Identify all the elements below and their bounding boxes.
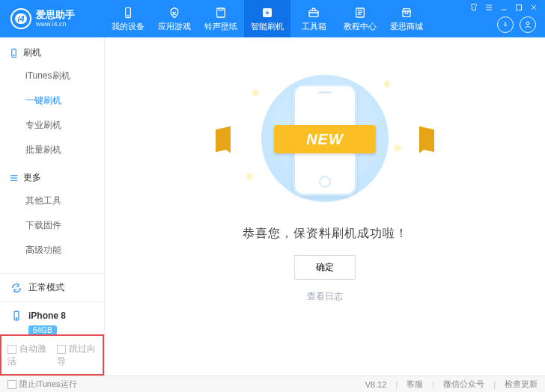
svg-point-9 bbox=[13, 55, 14, 55]
download-icon[interactable] bbox=[497, 16, 514, 33]
flash-icon bbox=[261, 6, 274, 19]
list-icon bbox=[9, 172, 19, 184]
nav-apps[interactable]: 应用游戏 bbox=[151, 0, 198, 37]
top-nav: 我的设备应用游戏铃声壁纸智能刷机工具箱教程中心爱思商城 bbox=[105, 0, 430, 37]
close-icon[interactable] bbox=[529, 2, 539, 13]
sidebar-item[interactable]: 下载固件 bbox=[0, 213, 104, 238]
sidebar-item[interactable]: 批量刷机 bbox=[0, 138, 104, 162]
brand-name: 爱思助手 bbox=[36, 10, 75, 20]
sidebar-section-title: 刷机 bbox=[23, 46, 41, 59]
sidebar-section-head: 刷机 bbox=[0, 37, 104, 64]
block-itunes-checkbox[interactable]: 阻止iTunes运行 bbox=[7, 379, 77, 390]
refresh-icon bbox=[10, 282, 22, 294]
brand-text: 爱思助手 www.i4.cn bbox=[36, 10, 75, 28]
ok-button[interactable]: 确定 bbox=[294, 255, 356, 280]
sidebar-item[interactable]: 高级功能 bbox=[0, 238, 104, 263]
support-link[interactable]: 客服 bbox=[407, 379, 423, 390]
user-icon[interactable] bbox=[520, 16, 536, 33]
nav-store[interactable]: 爱思商城 bbox=[383, 0, 430, 37]
nav-device[interactable]: 我的设备 bbox=[105, 0, 151, 37]
sidebar-section-head: 更多 bbox=[0, 162, 104, 189]
device-name: iPhone 8 bbox=[28, 310, 66, 321]
sidebar: 刷机iTunes刷机一键刷机专业刷机批量刷机更多其他工具下载固件高级功能 正常模… bbox=[0, 37, 105, 376]
titlebar: i4 爱思助手 www.i4.cn 我的设备应用游戏铃声壁纸智能刷机工具箱教程中… bbox=[0, 0, 545, 37]
mode-row[interactable]: 正常模式 bbox=[0, 273, 104, 301]
minimize-icon[interactable] bbox=[499, 2, 509, 13]
main-content: NEW 恭喜您，保资料刷机成功啦！ 确定 查看日志 bbox=[105, 37, 545, 376]
svg-rect-4 bbox=[309, 10, 318, 16]
device-icon bbox=[121, 6, 135, 19]
phone-icon bbox=[10, 310, 22, 322]
book-icon bbox=[353, 6, 367, 19]
nav-label: 我的设备 bbox=[112, 21, 144, 32]
nav-label: 应用游戏 bbox=[158, 21, 191, 32]
view-log-link[interactable]: 查看日志 bbox=[307, 290, 343, 303]
success-illustration: NEW bbox=[239, 67, 411, 209]
toolbox-icon bbox=[307, 6, 320, 19]
sidebar-section-title: 更多 bbox=[23, 171, 41, 184]
bottom-check-row: 自动激活 跳过向导 bbox=[0, 334, 104, 376]
check-update-link[interactable]: 检查更新 bbox=[505, 379, 538, 390]
device-storage-badge: 64GB bbox=[28, 325, 94, 335]
nav-book[interactable]: 教程中心 bbox=[337, 0, 383, 37]
brand-area: i4 爱思助手 www.i4.cn bbox=[0, 8, 105, 29]
nav-music[interactable]: 铃声壁纸 bbox=[198, 0, 244, 37]
success-message: 恭喜您，保资料刷机成功啦！ bbox=[243, 226, 408, 242]
store-icon bbox=[400, 6, 413, 19]
nav-label: 智能刷机 bbox=[251, 21, 284, 32]
sidebar-item[interactable]: 一键刷机 bbox=[0, 88, 104, 113]
menu-icon[interactable] bbox=[484, 2, 494, 13]
window-controls bbox=[469, 2, 539, 13]
svg-rect-2 bbox=[217, 8, 225, 17]
nav-toolbox[interactable]: 工具箱 bbox=[290, 0, 337, 37]
header-right-circles bbox=[497, 16, 536, 33]
svg-point-7 bbox=[526, 22, 529, 25]
new-ribbon: NEW bbox=[274, 125, 376, 153]
maximize-icon[interactable] bbox=[514, 2, 524, 13]
statusbar: 阻止iTunes运行 V8.12| 客服| 微信公众号| 检查更新 bbox=[0, 376, 545, 392]
wechat-link[interactable]: 微信公众号 bbox=[443, 379, 484, 390]
music-icon bbox=[214, 6, 228, 19]
svg-point-1 bbox=[127, 15, 128, 16]
nav-label: 铃声壁纸 bbox=[204, 21, 237, 32]
nav-flash[interactable]: 智能刷机 bbox=[244, 0, 290, 37]
svg-point-11 bbox=[16, 318, 16, 319]
auto-activate-checkbox[interactable]: 自动激活 bbox=[7, 343, 48, 368]
mode-label: 正常模式 bbox=[28, 281, 64, 294]
apps-icon bbox=[168, 6, 181, 19]
nav-label: 工具箱 bbox=[302, 21, 326, 32]
device-panel: 正常模式 iPhone 8 64GB bbox=[0, 273, 104, 343]
sidebar-item[interactable]: 其他工具 bbox=[0, 189, 104, 213]
nav-label: 教程中心 bbox=[344, 21, 377, 32]
brand-logo-icon: i4 bbox=[10, 8, 31, 29]
nav-label: 爱思商城 bbox=[390, 21, 423, 32]
tshirt-icon[interactable] bbox=[469, 2, 479, 13]
sidebar-item[interactable]: iTunes刷机 bbox=[0, 64, 104, 88]
svg-rect-6 bbox=[517, 5, 522, 10]
skip-guide-checkbox[interactable]: 跳过向导 bbox=[57, 343, 97, 368]
version-label: V8.12 bbox=[365, 380, 387, 389]
sidebar-item[interactable]: 专业刷机 bbox=[0, 113, 104, 138]
brand-url: www.i4.cn bbox=[36, 20, 75, 28]
device-icon bbox=[9, 47, 19, 59]
